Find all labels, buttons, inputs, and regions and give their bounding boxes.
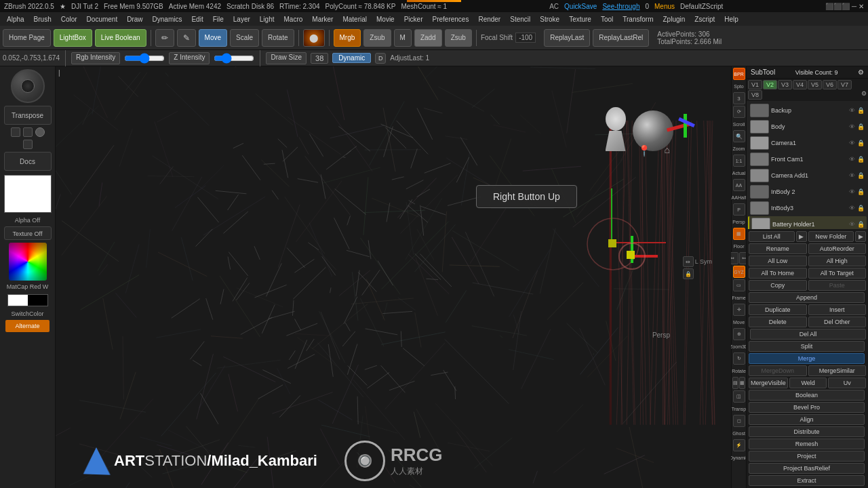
- menu-zscript[interactable]: Zscript: [690, 15, 719, 24]
- battery-lock[interactable]: 🔒: [857, 221, 865, 228]
- list-all-btn[interactable]: List All: [749, 231, 795, 242]
- boolean-btn[interactable]: Boolean: [749, 390, 865, 401]
- frontcam1-eye[interactable]: 👁: [849, 156, 855, 163]
- menu-document[interactable]: Document: [83, 15, 122, 24]
- rt-aahalf-btn[interactable]: AA: [733, 179, 745, 191]
- rt-ghost-btn[interactable]: ◻: [733, 415, 745, 427]
- morph-btn[interactable]: Mrgb: [334, 29, 361, 47]
- menu-draw[interactable]: Draw: [123, 15, 146, 24]
- v1-tab[interactable]: V1: [748, 80, 762, 89]
- list-all-arrow[interactable]: ▶: [796, 231, 807, 242]
- color-swatch[interactable]: [9, 243, 47, 281]
- camera1-lock[interactable]: 🔒: [857, 140, 865, 146]
- rt-polyf-btn[interactable]: ▦: [739, 377, 745, 389]
- menus-btn[interactable]: Menus: [654, 3, 675, 10]
- cameraadd1-lock[interactable]: 🔒: [857, 172, 865, 179]
- z-intensity-slider[interactable]: [214, 53, 254, 64]
- duplicate-btn[interactable]: Duplicate: [749, 304, 807, 315]
- dynamic-btn[interactable]: Dynamic: [332, 53, 371, 63]
- menu-color[interactable]: Color: [57, 15, 81, 24]
- merge-visible-btn[interactable]: MergeVisible: [749, 378, 788, 388]
- battery-eye[interactable]: 👁: [849, 221, 855, 228]
- merge-btn[interactable]: Merge: [749, 353, 865, 364]
- subtool-item-backup[interactable]: Backup 👁 🔒: [748, 102, 867, 119]
- rt-bpr-btn[interactable]: BPR: [733, 68, 745, 80]
- menu-tool[interactable]: Tool: [597, 15, 617, 24]
- v6-tab[interactable]: V6: [823, 80, 837, 89]
- replay-last-btn[interactable]: ReplayLast: [544, 29, 590, 47]
- all-to-target-btn[interactable]: All To Target: [808, 268, 867, 279]
- inbody3-eye[interactable]: 👁: [849, 205, 855, 211]
- body-lock[interactable]: 🔒: [857, 123, 865, 130]
- menu-texture[interactable]: Texture: [565, 15, 595, 24]
- default-script[interactable]: DefaultZScript: [680, 3, 723, 10]
- extract-btn[interactable]: Extract: [749, 475, 865, 486]
- move-btn[interactable]: Move: [199, 29, 227, 47]
- v4-tab[interactable]: V4: [793, 80, 807, 89]
- menu-layer[interactable]: Layer: [229, 15, 254, 24]
- brush-opt-1[interactable]: [11, 127, 20, 137]
- menu-zplugin[interactable]: Zplugin: [659, 15, 690, 24]
- transpose-btn[interactable]: Transpose: [4, 106, 52, 125]
- rename-btn[interactable]: Rename: [749, 243, 807, 254]
- new-folder-arrow[interactable]: ▶: [855, 231, 866, 242]
- copy-btn[interactable]: Copy: [749, 280, 807, 291]
- inbody3-lock[interactable]: 🔒: [857, 205, 865, 211]
- v2-tab[interactable]: V2: [763, 80, 777, 89]
- menu-movie[interactable]: Movie: [372, 15, 399, 24]
- quicksave[interactable]: QuickSave: [564, 3, 597, 10]
- bevel-pro-btn[interactable]: Bevel Pro: [749, 402, 865, 413]
- gizmo[interactable]: 📍 ⌂: [623, 107, 677, 161]
- subtool-settings-icon[interactable]: ⚙: [861, 90, 867, 100]
- body-eye[interactable]: 👁: [849, 123, 855, 130]
- backup-eye[interactable]: 👁: [849, 107, 855, 114]
- brush-picker[interactable]: ⬤: [303, 29, 325, 47]
- rt-zoom3d-btn[interactable]: ⊕: [733, 328, 745, 340]
- menu-material[interactable]: Material: [338, 15, 371, 24]
- subtool-item-frontcam1[interactable]: Front Cam1 👁 🔒: [748, 151, 867, 167]
- rt-dynamic-btn[interactable]: ⚡: [733, 439, 745, 451]
- texture-btn[interactable]: Texture Off: [4, 226, 52, 240]
- draw-size-value[interactable]: 38: [311, 53, 328, 64]
- auto-reorder-btn[interactable]: AutoReorder: [808, 243, 867, 254]
- inbody2-lock[interactable]: 🔒: [857, 188, 865, 195]
- subtool-item-body[interactable]: Body 👁 🔒: [748, 119, 867, 135]
- frontcam1-lock[interactable]: 🔒: [857, 156, 865, 163]
- zsub-btn[interactable]: Zsub: [363, 29, 391, 47]
- rt-frame-btn[interactable]: ▭: [733, 279, 745, 291]
- all-low-btn[interactable]: All Low: [749, 256, 807, 266]
- subtool-item-camera1[interactable]: Camera1 👁 🔒: [748, 135, 867, 151]
- subtool-item-battery[interactable]: Battery Holder1 👁 🔒: [748, 216, 867, 229]
- docs-btn[interactable]: Docs: [4, 152, 52, 171]
- see-through[interactable]: See-through: [602, 3, 639, 10]
- m-btn[interactable]: M: [394, 29, 412, 47]
- new-folder-btn[interactable]: New Folder: [808, 231, 854, 242]
- append-btn[interactable]: Append: [749, 292, 865, 303]
- camera1-eye[interactable]: 👁: [849, 140, 855, 146]
- gear-icon[interactable]: ⚙: [858, 68, 864, 76]
- menu-preferences[interactable]: Preferences: [428, 15, 473, 24]
- home-icon[interactable]: ⌂: [665, 144, 670, 155]
- align-btn[interactable]: Align: [749, 414, 865, 425]
- viewport[interactable]: | 📍 ⌂ Right Button Up: [56, 66, 731, 488]
- menu-stencil[interactable]: Stencil: [506, 15, 534, 24]
- rt-zoom-btn[interactable]: 🔍: [733, 130, 745, 142]
- project-bas-relief-btn[interactable]: Project BasRelief: [749, 463, 865, 474]
- menu-alpha[interactable]: Alpha: [3, 15, 28, 24]
- home-tab[interactable]: Home Page: [3, 29, 51, 47]
- brush-opt-2[interactable]: [23, 127, 33, 137]
- rt-floor-btn[interactable]: ▦: [733, 228, 745, 240]
- zadd-btn[interactable]: Zadd: [414, 29, 442, 47]
- brush-tool-ring[interactable]: [11, 69, 45, 103]
- menu-render[interactable]: Render: [474, 15, 505, 24]
- del-other-btn[interactable]: Del Other: [808, 317, 867, 327]
- rt-rotate-btn[interactable]: ↻: [733, 352, 745, 365]
- rt-move-btn[interactable]: ✛: [733, 304, 745, 316]
- rt-spto-icon[interactable]: 3: [733, 92, 745, 104]
- draw-icon-btn[interactable]: ✎: [177, 29, 196, 47]
- rt-gyz-btn[interactable]: GYZ: [733, 266, 745, 278]
- rt-actual-btn[interactable]: 1:1: [733, 155, 745, 167]
- distribute-btn[interactable]: Distribute: [749, 426, 865, 437]
- menu-picker[interactable]: Picker: [400, 15, 427, 24]
- focal-shift-value[interactable]: -100: [515, 33, 536, 43]
